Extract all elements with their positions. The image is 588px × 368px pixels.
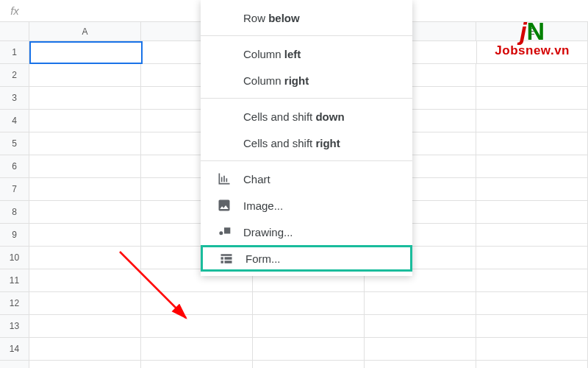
cell[interactable] [29, 269, 141, 292]
cell[interactable] [476, 87, 588, 110]
menu-item-cells-and-shift-right[interactable]: Cells and shift right [201, 130, 412, 156]
menu-item-label: Row below [243, 12, 300, 24]
cell[interactable] [476, 132, 588, 155]
row-header[interactable]: 6 [0, 155, 29, 178]
menu-item-label: Drawing... [243, 226, 293, 238]
col-header-a[interactable]: A [29, 22, 141, 41]
menu-item-image[interactable]: Image... [201, 192, 412, 219]
form-icon [218, 250, 235, 267]
watermark: jN Jobsnew.vn [495, 18, 570, 58]
cell[interactable] [476, 155, 588, 178]
row-header[interactable]: 11 [0, 269, 29, 292]
menu-divider [201, 160, 412, 161]
image-icon [215, 197, 233, 214]
cell[interactable] [29, 201, 141, 224]
cell[interactable] [29, 41, 143, 64]
cell[interactable] [476, 247, 588, 269]
table-row: 14 [0, 338, 588, 361]
menu-item-chart[interactable]: Chart [201, 166, 412, 192]
row-header[interactable]: 3 [0, 87, 29, 110]
watermark-logo: jN [495, 18, 570, 43]
cell[interactable] [365, 338, 476, 361]
cell[interactable] [476, 178, 588, 201]
cell[interactable] [141, 315, 253, 338]
cell[interactable] [476, 201, 588, 224]
menu-item-drawing[interactable]: Drawing... [201, 219, 412, 245]
cell[interactable] [476, 361, 588, 368]
cell[interactable] [476, 64, 588, 87]
cell[interactable] [29, 110, 141, 132]
spacer-icon [215, 71, 233, 89]
cell[interactable] [476, 315, 588, 338]
svg-point-0 [219, 231, 223, 235]
cell[interactable] [141, 338, 253, 361]
spacer-icon [215, 134, 233, 152]
cell[interactable] [476, 292, 588, 315]
cell[interactable] [29, 292, 141, 315]
cell[interactable] [29, 155, 141, 178]
row-header[interactable]: 14 [0, 338, 29, 361]
spacer-icon [215, 45, 233, 63]
menu-item-label: Chart [243, 173, 270, 185]
row-header[interactable]: 4 [0, 110, 29, 132]
menu-item-label: Column right [243, 74, 309, 87]
cell[interactable] [253, 338, 365, 361]
cell[interactable] [365, 315, 476, 338]
menu-divider [201, 98, 412, 99]
cell[interactable] [476, 224, 588, 247]
fx-label: fx [0, 4, 29, 17]
row-header[interactable]: 9 [0, 224, 29, 247]
menu-item-column-right[interactable]: Column right [201, 67, 412, 93]
table-row: 13 [0, 315, 588, 338]
row-header[interactable]: 15 [0, 361, 29, 368]
cell[interactable] [253, 292, 365, 315]
row-header[interactable]: 12 [0, 292, 29, 315]
menu-item-form[interactable]: Form... [201, 245, 412, 272]
table-row: 15 [0, 361, 588, 368]
cell[interactable] [29, 178, 141, 201]
menu-item-label: Cells and shift down [243, 110, 345, 123]
cell[interactable] [29, 315, 141, 338]
row-header[interactable]: 8 [0, 201, 29, 224]
cell[interactable] [29, 247, 141, 269]
menu-item-label: Cells and shift right [243, 137, 340, 149]
cell[interactable] [29, 338, 141, 361]
row-header[interactable]: 1 [0, 41, 29, 64]
grid-corner[interactable] [0, 22, 29, 41]
cell[interactable] [29, 224, 141, 247]
row-header[interactable]: 13 [0, 315, 29, 338]
menu-item-cells-and-shift-down[interactable]: Cells and shift down [201, 103, 412, 130]
menu-item-label: Form... [245, 252, 281, 265]
cell[interactable] [29, 87, 141, 110]
cell[interactable] [365, 361, 476, 368]
table-row: 12 [0, 292, 588, 315]
spacer-icon [215, 9, 233, 26]
menu-item-label: Column left [243, 48, 301, 60]
menu-item-column-left[interactable]: Column left [201, 40, 412, 67]
row-header[interactable]: 7 [0, 178, 29, 201]
menu-divider [201, 35, 412, 36]
chart-icon [215, 170, 233, 188]
row-header[interactable]: 5 [0, 132, 29, 155]
context-menu: Row belowColumn leftColumn rightCells an… [201, 0, 412, 276]
cell[interactable] [29, 132, 141, 155]
cell[interactable] [476, 110, 588, 132]
row-header[interactable]: 2 [0, 64, 29, 87]
menu-item-row-below[interactable]: Row below [201, 4, 412, 31]
cell[interactable] [141, 361, 253, 368]
cell[interactable] [476, 269, 588, 292]
menu-item-label: Image... [243, 199, 283, 212]
cell[interactable] [365, 292, 476, 315]
cell[interactable] [253, 361, 365, 368]
watermark-text: Jobsnew.vn [495, 43, 570, 58]
cell[interactable] [29, 361, 141, 368]
row-header[interactable]: 10 [0, 247, 29, 269]
cell[interactable] [253, 315, 365, 338]
cell[interactable] [476, 338, 588, 361]
cell[interactable] [29, 64, 141, 87]
svg-rect-1 [224, 227, 230, 233]
drawing-icon [215, 223, 233, 241]
cell[interactable] [141, 292, 253, 315]
spacer-icon [215, 107, 233, 125]
